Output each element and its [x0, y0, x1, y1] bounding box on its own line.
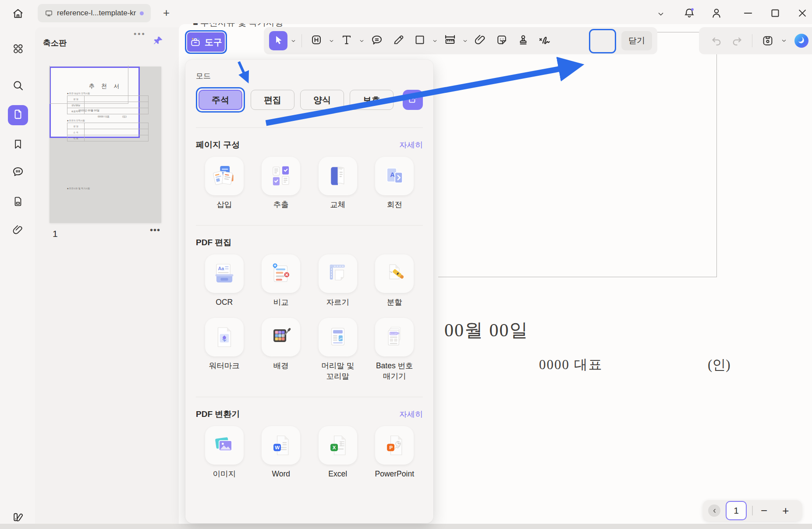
background-icon[interactable]: [262, 318, 300, 356]
shape-square-options-button[interactable]: [432, 38, 438, 44]
section-more-link[interactable]: 자세히: [399, 409, 423, 420]
tool-item-powerpoint[interactable]: PPowerPoint: [366, 426, 423, 480]
tool-item-image[interactable]: 이미지: [196, 426, 253, 480]
ai-assistant-icon: [794, 33, 809, 49]
current-page-input[interactable]: 1: [726, 501, 747, 520]
sidebar-item-apps-grid[interactable]: [8, 39, 28, 60]
panel-drag-handle[interactable]: •••: [134, 30, 146, 39]
undo-button[interactable]: [710, 34, 723, 47]
sidebar-item-attachments[interactable]: [8, 221, 28, 241]
preview-date: 2022년 00월 00일: [78, 109, 99, 113]
tool-item-label: 머리말 및 꼬리말: [321, 361, 354, 381]
rotate-pages-icon[interactable]: A: [375, 157, 414, 195]
tool-item-excel[interactable]: XExcel: [309, 426, 366, 480]
tool-item-crop[interactable]: 자르기: [309, 254, 366, 308]
select-cursor-tool-button[interactable]: [269, 31, 287, 50]
tool-item-label: 배경: [273, 361, 289, 371]
tool-item-replace-pages[interactable]: 교체: [309, 157, 366, 210]
split-icon[interactable]: [375, 254, 414, 293]
crop-icon[interactable]: [319, 254, 357, 293]
mode-highlight-ring: 주석: [196, 87, 245, 113]
tool-item-split[interactable]: 분할: [366, 254, 423, 308]
tool-item-ocr[interactable]: AaOCR: [196, 254, 253, 308]
measure-ruler-tool-button[interactable]: [441, 31, 459, 50]
save-button[interactable]: [761, 34, 774, 47]
mode-button-양식[interactable]: 양식: [300, 90, 344, 110]
toolbar-collapse-button[interactable]: [656, 10, 665, 18]
redo-button[interactable]: [730, 34, 743, 47]
shape-square-tool-button[interactable]: [411, 31, 429, 50]
tool-item-background[interactable]: 배경: [253, 318, 310, 381]
excel-icon[interactable]: X: [319, 426, 357, 465]
ocr-icon[interactable]: Aa: [205, 254, 244, 293]
insert-pages-icon[interactable]: [205, 157, 244, 195]
signature-tool-button[interactable]: [535, 31, 554, 50]
text-t-tool-button[interactable]: [337, 31, 356, 50]
preview-section2: ■ 추천자 인적사항: [67, 119, 85, 122]
sticker-smiley-tool-button[interactable]: [493, 31, 511, 50]
window-minimize-button[interactable]: [741, 7, 755, 20]
mode-button-보호[interactable]: 보호: [350, 90, 394, 110]
tool-item-rotate-pages[interactable]: A회전: [366, 157, 423, 210]
tool-item-insert-pages[interactable]: 삽입: [196, 157, 253, 210]
sidebar-item-thumbnails[interactable]: [8, 105, 28, 125]
compare-icon[interactable]: [262, 254, 300, 293]
mode-button-주석[interactable]: 주석: [199, 90, 242, 110]
window-close-button[interactable]: [796, 7, 809, 20]
highlight-h-options-button[interactable]: [329, 38, 334, 44]
watermark-icon[interactable]: [205, 318, 244, 356]
tool-item-label: Excel: [328, 469, 347, 480]
pin-panel-button[interactable]: [152, 35, 164, 48]
measure-ruler-options-button[interactable]: [462, 38, 468, 44]
text-t-icon: [340, 33, 353, 48]
zoom-in-button[interactable]: +: [782, 504, 789, 518]
header-footer-icon[interactable]: [319, 318, 357, 356]
ai-assistant-button[interactable]: [794, 33, 809, 49]
section-header: PDF 편집: [196, 237, 423, 248]
close-tools-button[interactable]: 닫기: [621, 31, 652, 50]
sidebar-item-search[interactable]: [8, 76, 28, 96]
save-options-button[interactable]: [781, 38, 787, 44]
home-button[interactable]: [10, 6, 26, 21]
tool-item-word[interactable]: WWord: [253, 426, 310, 480]
pen-marker-tool-button[interactable]: [389, 31, 408, 50]
tools-button[interactable]: 도구: [185, 30, 227, 54]
highlight-h-tool-button[interactable]: [307, 31, 326, 50]
extract-pages-icon[interactable]: [262, 157, 300, 195]
tool-item-label: 자르기: [326, 297, 350, 308]
notifications-button[interactable]: [683, 7, 696, 20]
sidebar-item-pages[interactable]: [8, 192, 28, 212]
tool-item-watermark[interactable]: 워터마크: [196, 318, 253, 381]
chevron-down-icon: [656, 10, 665, 18]
replace-pages-icon[interactable]: [319, 157, 357, 195]
save-chevron-icon: [781, 38, 787, 44]
select-cursor-options-button[interactable]: [291, 38, 296, 44]
tool-item-header-footer[interactable]: 머리말 및 꼬리말: [309, 318, 366, 381]
tool-item-extract-pages[interactable]: 추출: [253, 157, 310, 210]
open-in-new-window-button[interactable]: [403, 90, 423, 110]
previous-page-button[interactable]: [708, 504, 720, 517]
document-tab[interactable]: reference-l...template-kr: [38, 4, 151, 22]
window-maximize-button[interactable]: [769, 7, 782, 20]
section-more-link[interactable]: 자세히: [399, 140, 423, 150]
tool-item-bates-number[interactable]: 000123Bates 번호 매기기: [366, 318, 423, 381]
attachment-paperclip-tool-button[interactable]: [471, 31, 489, 50]
stamp-tool-button[interactable]: [514, 31, 532, 50]
comment-bubble-tool-button[interactable]: [368, 31, 386, 50]
pin-icon: [152, 35, 164, 46]
bates-number-icon[interactable]: 000123: [375, 318, 414, 356]
thumbnail-more-button[interactable]: •••: [150, 225, 160, 235]
text-t-options-button[interactable]: [359, 38, 365, 44]
zoom-out-button[interactable]: −: [761, 504, 767, 518]
sidebar-item-comments[interactable]: [8, 162, 28, 183]
new-tab-button[interactable]: +: [163, 7, 170, 18]
sidebar-item-bookmarks[interactable]: [8, 135, 28, 155]
account-button[interactable]: [710, 7, 723, 20]
page-thumbnail[interactable]: 추 천 서 ■ 추천 대상자 인적사항 성 명 생년월일 최종학력 ■ 추천자 …: [50, 67, 161, 223]
powerpoint-icon[interactable]: P: [375, 426, 414, 465]
mode-button-편집[interactable]: 편집: [251, 90, 294, 110]
tool-item-label: 비교: [273, 297, 289, 308]
word-icon[interactable]: W: [262, 426, 300, 465]
tool-item-compare[interactable]: 비교: [253, 254, 310, 308]
image-icon[interactable]: [205, 426, 244, 465]
